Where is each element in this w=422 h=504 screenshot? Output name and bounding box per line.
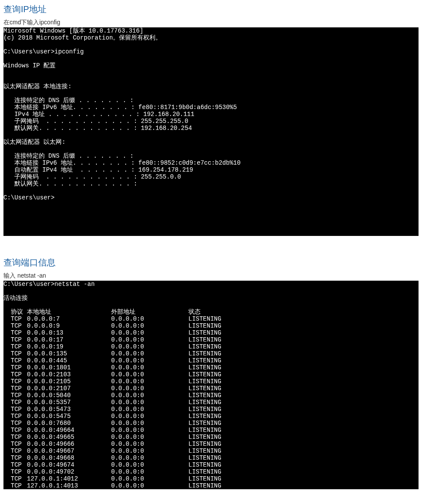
cell-foreign: 0.0.0.0:0 xyxy=(111,357,188,364)
cell-state: LISTENING xyxy=(188,441,419,448)
netstat-row: TCP0.0.0.0:21050.0.0.0:0LISTENING xyxy=(3,378,419,385)
cell-foreign: 0.0.0.0:0 xyxy=(111,350,188,357)
cell-state: LISTENING xyxy=(188,343,419,350)
netstat-row: TCP0.0.0.0:21030.0.0.0:0LISTENING xyxy=(3,371,419,378)
netstat-row: TCP127.0.0.1:40120.0.0.0:0LISTENING xyxy=(3,475,419,482)
cell-proto: TCP xyxy=(3,448,27,454)
netstat-header-row: 协议本地地址外部地址状态 xyxy=(3,308,419,315)
netstat-row: TCP0.0.0.0:76800.0.0.0:0LISTENING xyxy=(3,420,419,427)
cell-proto: TCP xyxy=(3,350,27,357)
cell-proto: TCP xyxy=(3,482,27,489)
cell-foreign: 0.0.0.0:0 xyxy=(111,399,188,406)
cell-local: 0.0.0.0:19 xyxy=(27,343,111,350)
term-line: 子网掩码 . . . . . . . . . . . . : 255.255.2… xyxy=(3,118,188,125)
cell-state: LISTENING xyxy=(188,420,419,427)
cell-state: LISTENING xyxy=(188,413,419,420)
term-line: Windows IP 配置 xyxy=(3,62,56,69)
cell-local: 0.0.0.0:5475 xyxy=(27,413,111,420)
cell-proto: TCP xyxy=(3,329,27,336)
cell-proto: TCP xyxy=(3,357,27,364)
cell-state: LISTENING xyxy=(188,399,419,406)
cell-local: 0.0.0.0:2103 xyxy=(27,371,111,378)
netstat-row: TCP0.0.0.0:496680.0.0.0:0LISTENING xyxy=(3,454,419,461)
cell-foreign: 0.0.0.0:0 xyxy=(111,434,188,441)
netstat-row: TCP0.0.0.0:1350.0.0.0:0LISTENING xyxy=(3,350,419,357)
term-line: 自动配置 IPv4 地址 . . . . . . . : 169.254.178… xyxy=(3,166,193,173)
cell-state: LISTENING xyxy=(188,427,419,434)
term-line: C:\Users\user>ipconfig xyxy=(3,48,84,55)
term-line: 连接特定的 DNS 后缀 . . . . . . . : xyxy=(3,97,134,104)
cell-state: LISTENING xyxy=(188,448,419,454)
cell-state: LISTENING xyxy=(188,454,419,461)
term-active-connections: 活动连接 xyxy=(3,295,28,302)
term-line: 连接特定的 DNS 后缀 . . . . . . . : xyxy=(3,153,134,159)
cell-foreign: 0.0.0.0:0 xyxy=(111,427,188,434)
cell-local: 0.0.0.0:5040 xyxy=(27,392,111,399)
term-prompt: C:\Users\user>netstat -an xyxy=(3,281,95,288)
cell-proto: TCP xyxy=(3,315,27,322)
cell-proto: TCP xyxy=(3,371,27,378)
cell-state: LISTENING xyxy=(188,329,419,336)
netstat-row: TCP0.0.0.0:497020.0.0.0:0LISTENING xyxy=(3,468,419,475)
cell-state: LISTENING xyxy=(188,385,419,392)
netstat-row: TCP0.0.0.0:90.0.0.0:0LISTENING xyxy=(3,322,419,329)
cell-proto: TCP xyxy=(3,364,27,371)
cell-state: LISTENING xyxy=(188,322,419,329)
cell-foreign: 0.0.0.0:0 xyxy=(111,378,188,385)
term-line: 本地链接 IPv6 地址. . . . . . . . : fe80::9852… xyxy=(3,159,241,166)
netstat-row: TCP0.0.0.0:54730.0.0.0:0LISTENING xyxy=(3,406,419,413)
cell-local: 0.0.0.0:445 xyxy=(27,357,111,364)
cell-proto: TCP xyxy=(3,420,27,427)
section-desc-port: 输入 netstat -an xyxy=(3,272,419,280)
netstat-row: TCP0.0.0.0:50400.0.0.0:0LISTENING xyxy=(3,392,419,399)
cell-local: 0.0.0.0:1801 xyxy=(27,364,111,371)
cell-foreign: 0.0.0.0:0 xyxy=(111,454,188,461)
cell-foreign: 0.0.0.0:0 xyxy=(111,392,188,399)
cell-state: LISTENING xyxy=(188,350,419,357)
cell-local: 0.0.0.0:49665 xyxy=(27,434,111,441)
cell-foreign: 0.0.0.0:0 xyxy=(111,413,188,420)
cell-foreign: 0.0.0.0:0 xyxy=(111,385,188,392)
cell-foreign: 0.0.0.0:0 xyxy=(111,364,188,371)
term-line: C:\Users\user> xyxy=(3,194,55,201)
netstat-row: TCP0.0.0.0:496670.0.0.0:0LISTENING xyxy=(3,448,419,454)
term-line: Microsoft Windows [版本 10.0.17763.316] xyxy=(3,27,143,34)
section-title-ip: 查询IP地址 xyxy=(3,3,419,15)
term-line: 默认网关. . . . . . . . . . . . . : 192.168.… xyxy=(3,125,192,132)
cell-local: 0.0.0.0:49667 xyxy=(27,448,111,454)
cell-state: LISTENING xyxy=(188,336,419,343)
cell-foreign: 0.0.0.0:0 xyxy=(111,322,188,329)
cell-proto: TCP xyxy=(3,336,27,343)
netstat-row: TCP0.0.0.0:70.0.0.0:0LISTENING xyxy=(3,315,419,322)
cell-proto: TCP xyxy=(3,399,27,406)
netstat-row: TCP0.0.0.0:496640.0.0.0:0LISTENING xyxy=(3,427,419,434)
cell-local: 0.0.0.0:7680 xyxy=(27,420,111,427)
cell-proto: TCP xyxy=(3,343,27,350)
term-line: IPv4 地址 . . . . . . . . . . . . : 192.16… xyxy=(3,111,195,118)
cell-proto: TCP xyxy=(3,468,27,475)
cell-proto: TCP xyxy=(3,378,27,385)
header-foreign: 外部地址 xyxy=(111,308,188,315)
cell-proto: TCP xyxy=(3,385,27,392)
cell-local: 0.0.0.0:2107 xyxy=(27,385,111,392)
cell-foreign: 0.0.0.0:0 xyxy=(111,315,188,322)
cell-proto: TCP xyxy=(3,392,27,399)
netstat-row: TCP0.0.0.0:190.0.0.0:0LISTENING xyxy=(3,343,419,350)
cell-local: 127.0.0.1:4013 xyxy=(27,482,111,489)
cell-local: 0.0.0.0:17 xyxy=(27,336,111,343)
cell-local: 0.0.0.0:5357 xyxy=(27,399,111,406)
netstat-row: TCP127.0.0.1:40130.0.0.0:0LISTENING xyxy=(3,482,419,489)
cell-state: LISTENING xyxy=(188,461,419,468)
cell-local: 0.0.0.0:49702 xyxy=(27,468,111,475)
cell-foreign: 0.0.0.0:0 xyxy=(111,336,188,343)
cell-state: LISTENING xyxy=(188,482,419,489)
section-title-port: 查询端口信息 xyxy=(3,257,419,269)
netstat-row: TCP0.0.0.0:18010.0.0.0:0LISTENING xyxy=(3,364,419,371)
term-line: 以太网适配器 以太网: xyxy=(3,139,66,146)
cell-local: 0.0.0.0:13 xyxy=(27,329,111,336)
term-line: 以太网适配器 本地连接: xyxy=(3,83,72,90)
cell-foreign: 0.0.0.0:0 xyxy=(111,343,188,350)
cell-local: 127.0.0.1:4012 xyxy=(27,475,111,482)
term-line: 本地链接 IPv6 地址. . . . . . . . : fe80::8171… xyxy=(3,104,237,111)
cell-local: 0.0.0.0:9 xyxy=(27,322,111,329)
